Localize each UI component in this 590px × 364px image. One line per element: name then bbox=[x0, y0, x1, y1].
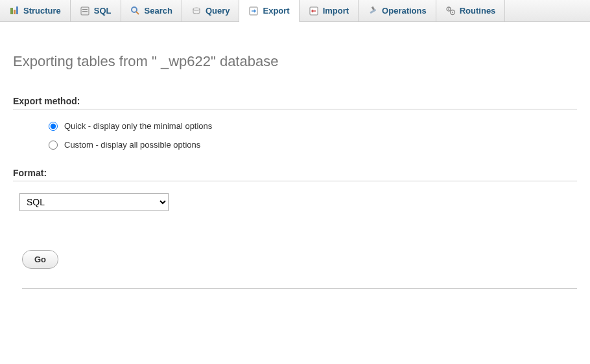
tab-export[interactable]: Export bbox=[239, 0, 299, 22]
svg-rect-1 bbox=[14, 10, 16, 14]
svg-rect-4 bbox=[82, 9, 88, 10]
tab-query[interactable]: Query bbox=[182, 0, 240, 21]
svg-point-16 bbox=[452, 12, 453, 13]
tab-import[interactable]: Import bbox=[300, 0, 359, 21]
svg-rect-0 bbox=[10, 8, 13, 14]
tab-label: Routines bbox=[460, 6, 496, 16]
tab-sql[interactable]: SQL bbox=[71, 0, 121, 21]
svg-point-6 bbox=[132, 7, 137, 12]
svg-line-7 bbox=[136, 12, 139, 14]
tab-structure[interactable]: Structure bbox=[0, 0, 71, 21]
radio-custom-label: Custom - display all possible options bbox=[64, 140, 200, 150]
go-button[interactable]: Go bbox=[22, 250, 58, 269]
go-button-wrap: Go bbox=[22, 250, 577, 289]
tab-routines[interactable]: Routines bbox=[436, 0, 506, 21]
svg-point-8 bbox=[193, 8, 200, 10]
radio-quick[interactable] bbox=[49, 122, 58, 131]
operations-icon bbox=[368, 6, 378, 16]
format-legend: Format: bbox=[13, 168, 577, 181]
radio-custom-row: Custom - display all possible options bbox=[49, 140, 577, 150]
search-icon bbox=[130, 6, 141, 16]
tab-label: SQL bbox=[94, 6, 112, 16]
export-icon bbox=[248, 6, 259, 16]
svg-rect-5 bbox=[82, 11, 88, 12]
tab-label: Query bbox=[206, 6, 230, 16]
import-icon bbox=[309, 6, 319, 16]
query-icon bbox=[191, 6, 202, 16]
sql-icon bbox=[80, 6, 90, 16]
radio-quick-row: Quick - display only the minimal options bbox=[49, 121, 577, 131]
tab-bar: Structure SQL Search Query Export Import bbox=[0, 0, 590, 22]
format-select-wrap: SQL bbox=[19, 193, 577, 211]
tab-operations[interactable]: Operations bbox=[359, 0, 436, 21]
export-method-legend: Export method: bbox=[13, 96, 577, 109]
svg-point-15 bbox=[448, 8, 449, 10]
tab-search[interactable]: Search bbox=[121, 0, 182, 21]
main-content: Exporting tables from " _wp622" database… bbox=[0, 22, 590, 307]
radio-quick-label: Quick - display only the minimal options bbox=[64, 121, 212, 131]
export-method-group: Quick - display only the minimal options… bbox=[13, 121, 577, 150]
tab-label: Search bbox=[145, 6, 172, 16]
tab-label: Import bbox=[323, 6, 349, 16]
tab-label: Structure bbox=[23, 6, 61, 16]
format-select[interactable]: SQL bbox=[19, 193, 169, 211]
page-title: Exporting tables from " _wp622" database bbox=[13, 53, 577, 70]
tab-label: Export bbox=[263, 6, 289, 16]
structure-icon bbox=[9, 6, 19, 16]
tab-label: Operations bbox=[382, 6, 427, 16]
routines-icon bbox=[445, 6, 456, 16]
radio-custom[interactable] bbox=[49, 141, 58, 150]
svg-rect-2 bbox=[16, 6, 18, 14]
